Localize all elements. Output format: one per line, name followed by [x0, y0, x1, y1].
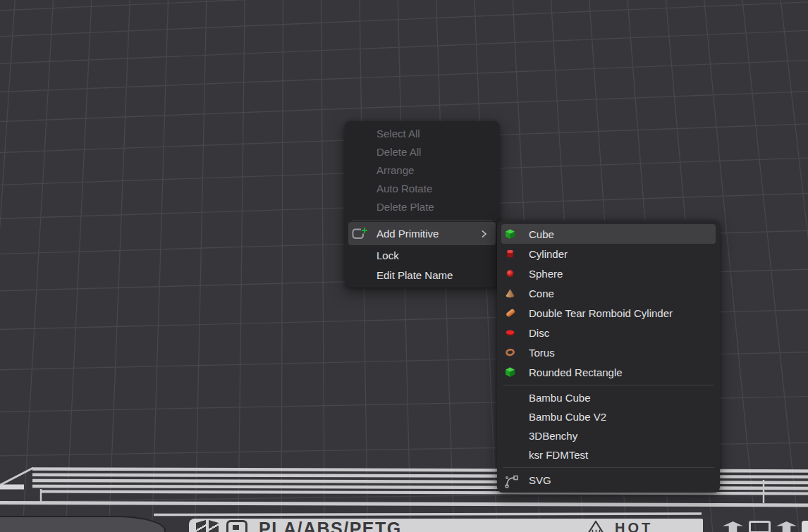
submenu-item-cylinder[interactable]: Cylinder [501, 244, 716, 264]
menu-item-label: Lock [377, 249, 399, 261]
submenu-item-sphere[interactable]: Sphere [501, 264, 716, 283]
submenu-item-disc[interactable]: Disc [501, 323, 716, 342]
menu-item-label: Add Primitive [377, 228, 439, 240]
menu-item-edit-plate-name[interactable]: Edit Plate Name [348, 265, 496, 285]
plate-badge-icon [226, 520, 247, 532]
submenu-item-label: Disc [529, 327, 549, 339]
add-primitive-icon [350, 227, 368, 241]
plate-rect-marking-icon [749, 521, 771, 532]
menu-item-auto-rotate: Auto Rotate [348, 179, 496, 197]
submenu-separator [503, 467, 714, 468]
submenu-item-label: 3DBenchy [529, 430, 577, 442]
menu-item-label: Select All [377, 128, 420, 140]
submenu-item-cone[interactable]: Cone [501, 283, 716, 303]
plate-material-label: PLA/ABS/PETG [259, 520, 402, 532]
disc-icon [505, 328, 515, 338]
submenu-item-3dbenchy[interactable]: 3DBenchy [501, 426, 716, 445]
submenu-item-label: Torus [529, 347, 555, 359]
submenu-item-label: Cube [529, 228, 554, 240]
torus-icon [505, 347, 515, 358]
submenu-item-label: Bambu Cube V2 [529, 411, 606, 423]
submenu-item-label: Cone [529, 287, 554, 299]
rounded-rectangle-icon [505, 367, 515, 378]
menu-item-label: Delete Plate [377, 201, 434, 213]
plate-pull-tab [0, 516, 166, 532]
submenu-item-bambu-cube[interactable]: Bambu Cube [501, 388, 716, 407]
bambu-logo-icon [196, 520, 206, 532]
menu-separator [352, 220, 492, 221]
cone-icon [505, 288, 515, 299]
submenu-item-label: SVG [529, 474, 551, 486]
submenu-item-label: Rounded Rectangle [529, 366, 623, 378]
submenu-item-label: Double Tear Romboid Cylinder [529, 307, 673, 319]
svg-curve-icon [503, 473, 520, 488]
hot-label: HOT [615, 521, 653, 532]
menu-item-lock[interactable]: Lock [348, 245, 496, 265]
plate-corner-blob [802, 521, 808, 532]
menu-item-delete-all: Delete All [348, 142, 496, 161]
cube-icon [505, 229, 515, 240]
plate-front-strip: PLA/ABS/PETG HOT [189, 519, 703, 532]
submenu-item-cube[interactable]: Cube [501, 224, 716, 244]
submenu-arrow-icon [481, 230, 487, 238]
submenu-item-torus[interactable]: Torus [501, 342, 716, 362]
submenu-item-label: Sphere [529, 268, 563, 280]
menu-item-label: Edit Plate Name [377, 269, 453, 281]
cylinder-icon [505, 249, 515, 259]
sphere-icon [505, 268, 515, 279]
bambu-logo-icon [209, 520, 219, 532]
context-menu: Select All Delete All Arrange Auto Rotat… [345, 121, 499, 287]
submenu-separator [503, 385, 714, 385]
menu-item-label: Arrange [377, 164, 414, 176]
hot-surface-warning-icon [586, 520, 606, 532]
menu-item-delete-plate: Delete Plate [348, 197, 496, 216]
submenu-item-rounded-rectangle[interactable]: Rounded Rectangle [501, 362, 716, 382]
double-tear-romboid-cylinder-icon [505, 307, 516, 318]
submenu-item-bambu-cube-v2[interactable]: Bambu Cube V2 [501, 407, 716, 426]
menu-item-add-primitive[interactable]: Add Primitive [348, 222, 496, 245]
submenu-item-label: ksr FDMTest [529, 449, 588, 461]
add-primitive-submenu: Cube Cylinder [497, 221, 720, 493]
submenu-item-label: Bambu Cube [529, 392, 591, 404]
submenu-item-double-tear-romboid-cylinder[interactable]: Double Tear Romboid Cylinder [501, 303, 716, 323]
submenu-item-ksr-fdmtest[interactable]: ksr FDMTest [501, 445, 716, 464]
menu-item-label: Delete All [377, 146, 421, 158]
submenu-item-svg[interactable]: SVG [501, 471, 716, 490]
menu-item-arrange: Arrange [348, 161, 496, 179]
menu-item-label: Auto Rotate [377, 183, 432, 194]
menu-item-select-all: Select All [348, 124, 496, 142]
submenu-item-label: Cylinder [529, 248, 568, 260]
viewport-3d[interactable]: PLA/ABS/PETG HOT Select All Delete All A… [0, 0, 808, 532]
